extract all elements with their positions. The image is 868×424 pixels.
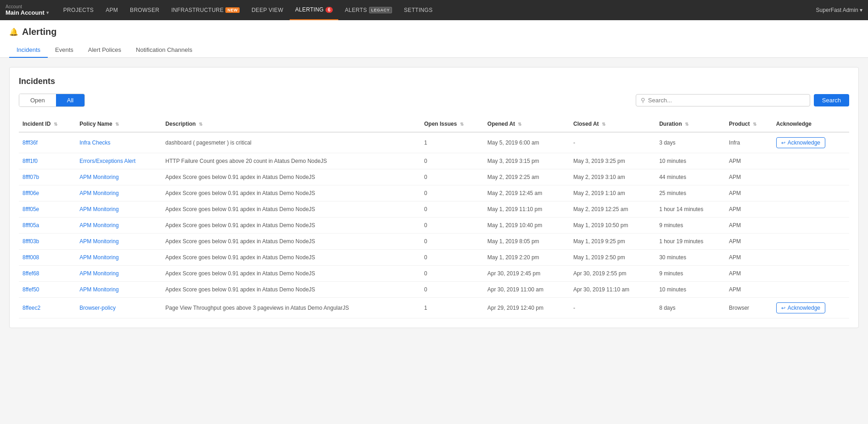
incident-id-link[interactable]: 8fff07b bbox=[22, 174, 39, 180]
account-label: Account bbox=[6, 4, 49, 9]
policy-name-link[interactable]: APM Monitoring bbox=[79, 222, 118, 229]
filter-row: Open All ⚲ Search bbox=[19, 94, 849, 107]
incident-id-link[interactable]: 8ffef68 bbox=[22, 270, 39, 277]
policy-name-link[interactable]: APM Monitoring bbox=[79, 238, 118, 245]
policy-name-link[interactable]: Infra Checks bbox=[79, 139, 110, 146]
policy-name-link[interactable]: APM Monitoring bbox=[79, 286, 118, 293]
nav-items: PROJECTSAPMBROWSERINFRASTRUCTURENEWDEEP … bbox=[58, 0, 816, 20]
acknowledge-cell bbox=[773, 234, 849, 250]
description-cell: Apdex Score goes below 0.91 apdex in Ata… bbox=[162, 185, 420, 201]
incident-id-link[interactable]: 8fff06e bbox=[22, 190, 39, 196]
policy-name-link[interactable]: APM Monitoring bbox=[79, 190, 118, 196]
policy-name-link[interactable]: Browser-policy bbox=[79, 305, 116, 311]
nav-item-alerts[interactable]: ALERTSLEGACY bbox=[339, 0, 398, 20]
duration-cell: 1 hour 14 minutes bbox=[655, 201, 725, 218]
search-button[interactable]: Search bbox=[814, 94, 849, 106]
closed-at-cell: May 2, 2019 12:25 am bbox=[570, 201, 655, 218]
policy-name-link[interactable]: APM Monitoring bbox=[79, 206, 118, 212]
open-filter-button[interactable]: Open bbox=[19, 94, 56, 106]
description-cell: HTTP Failure Count goes above 20 count i… bbox=[162, 153, 420, 169]
description-cell: Apdex Score goes below 0.91 apdex in Ata… bbox=[162, 169, 420, 185]
col-header-closed-at[interactable]: Closed At ⇅ bbox=[570, 116, 655, 132]
nav-item-settings[interactable]: SETTINGS bbox=[398, 0, 438, 20]
nav-item-deep-view[interactable]: DEEP VIEW bbox=[246, 0, 289, 20]
open-issues-cell: 0 bbox=[420, 218, 484, 234]
table-row: 8fff06eAPM MonitoringApdex Score goes be… bbox=[19, 185, 849, 201]
opened-at-cell: May 3, 2019 3:15 pm bbox=[484, 153, 570, 169]
closed-at-cell: - bbox=[570, 298, 655, 318]
col-header-open-issues[interactable]: Open Issues ⇅ bbox=[420, 116, 484, 132]
col-header-policy-name[interactable]: Policy Name ⇅ bbox=[76, 116, 162, 132]
incident-id-link[interactable]: 8ffef50 bbox=[22, 286, 39, 293]
product-cell: APM bbox=[725, 185, 773, 201]
acknowledge-button[interactable]: ↩ Acknowledge bbox=[776, 137, 825, 148]
opened-at-cell: Apr 30, 2019 2:45 pm bbox=[484, 266, 570, 282]
open-issues-cell: 0 bbox=[420, 266, 484, 282]
nav-item-apm[interactable]: APM bbox=[100, 0, 123, 20]
all-filter-button[interactable]: All bbox=[56, 94, 84, 106]
sort-icon: ⇅ bbox=[685, 122, 689, 127]
description-cell: Apdex Score goes below 0.91 apdex in Ata… bbox=[162, 218, 420, 234]
table-row: 8ffeec2Browser-policyPage View Throughpu… bbox=[19, 298, 849, 318]
acknowledge-cell bbox=[773, 169, 849, 185]
duration-cell: 9 minutes bbox=[655, 266, 725, 282]
opened-at-cell: Apr 29, 2019 12:40 pm bbox=[484, 298, 570, 318]
incident-id-link[interactable]: 8fff05a bbox=[22, 222, 39, 229]
tab-alert-polices[interactable]: Alert Polices bbox=[81, 43, 129, 58]
incident-id-link[interactable]: 8fff05e bbox=[22, 206, 39, 212]
policy-name-link[interactable]: APM Monitoring bbox=[79, 270, 118, 277]
product-cell: APM bbox=[725, 282, 773, 298]
incident-id-link[interactable]: 8fff03b bbox=[22, 238, 39, 245]
nav-item-infrastructure[interactable]: INFRASTRUCTURENEW bbox=[166, 0, 245, 20]
col-header-duration[interactable]: Duration ⇅ bbox=[655, 116, 725, 132]
incidents-table: Incident ID ⇅ Policy Name ⇅ Description … bbox=[19, 116, 849, 318]
closed-at-cell: May 2, 2019 1:10 am bbox=[570, 185, 655, 201]
nav-item-browser[interactable]: BROWSER bbox=[124, 0, 165, 20]
nav-item-projects[interactable]: PROJECTS bbox=[58, 0, 99, 20]
product-cell: Infra bbox=[725, 132, 773, 153]
incident-id-link[interactable]: 8fff008 bbox=[22, 254, 39, 261]
policy-name-link[interactable]: Errors/Exceptions Alert bbox=[79, 158, 135, 164]
policy-name-link[interactable]: APM Monitoring bbox=[79, 174, 118, 180]
policy-name-link[interactable]: APM Monitoring bbox=[79, 254, 118, 261]
nav-tag: LEGACY bbox=[369, 7, 392, 13]
table-row: 8fff1f0Errors/Exceptions AlertHTTP Failu… bbox=[19, 153, 849, 169]
bell-icon: 🔔 bbox=[9, 28, 18, 36]
acknowledge-cell: ↩ Acknowledge bbox=[773, 298, 849, 318]
product-cell: APM bbox=[725, 169, 773, 185]
open-issues-cell: 0 bbox=[420, 234, 484, 250]
page-title-row: 🔔 Alerting bbox=[9, 27, 859, 37]
col-header-incident-id[interactable]: Incident ID ⇅ bbox=[19, 116, 76, 132]
description-cell: Apdex Score goes below 0.91 apdex in Ata… bbox=[162, 266, 420, 282]
acknowledge-cell: ↩ Acknowledge bbox=[773, 132, 849, 153]
tab-incidents[interactable]: Incidents bbox=[9, 43, 48, 58]
chevron-down-icon: ▾ bbox=[46, 10, 49, 15]
description-cell: Apdex Score goes below 0.91 apdex in Ata… bbox=[162, 250, 420, 266]
sort-icon: ⇅ bbox=[115, 122, 119, 127]
search-input[interactable] bbox=[648, 97, 805, 104]
incident-id-link[interactable]: 8fff36f bbox=[22, 139, 38, 146]
col-header-opened-at[interactable]: Opened At ⇅ bbox=[484, 116, 570, 132]
tab-notification-channels[interactable]: Notification Channels bbox=[129, 43, 200, 58]
nav-item-alerting[interactable]: ALERTING6 bbox=[290, 0, 338, 20]
tabs-container: IncidentsEventsAlert PolicesNotification… bbox=[9, 43, 859, 57]
incidents-card: Incidents Open All ⚲ Search Incident ID … bbox=[9, 67, 859, 328]
incident-id-link[interactable]: 8fff1f0 bbox=[22, 158, 38, 164]
product-cell: Browser bbox=[725, 298, 773, 318]
tab-events[interactable]: Events bbox=[48, 43, 81, 58]
acknowledge-cell bbox=[773, 218, 849, 234]
duration-cell: 10 minutes bbox=[655, 282, 725, 298]
incidents-section-title: Incidents bbox=[19, 77, 849, 86]
open-issues-cell: 0 bbox=[420, 169, 484, 185]
col-header-description[interactable]: Description ⇅ bbox=[162, 116, 420, 132]
incident-id-link[interactable]: 8ffeec2 bbox=[22, 305, 40, 311]
table-row: 8fff008APM MonitoringApdex Score goes be… bbox=[19, 250, 849, 266]
col-header-product[interactable]: Product ⇅ bbox=[725, 116, 773, 132]
user-menu[interactable]: SuperFast Admin ▾ bbox=[816, 7, 862, 13]
duration-cell: 44 minutes bbox=[655, 169, 725, 185]
duration-cell: 3 days bbox=[655, 132, 725, 153]
description-cell: Apdex Score goes below 0.91 apdex in Ata… bbox=[162, 234, 420, 250]
search-icon: ⚲ bbox=[641, 97, 645, 104]
account-switcher[interactable]: Account Main Account ▾ bbox=[6, 4, 49, 16]
acknowledge-button[interactable]: ↩ Acknowledge bbox=[776, 302, 825, 313]
